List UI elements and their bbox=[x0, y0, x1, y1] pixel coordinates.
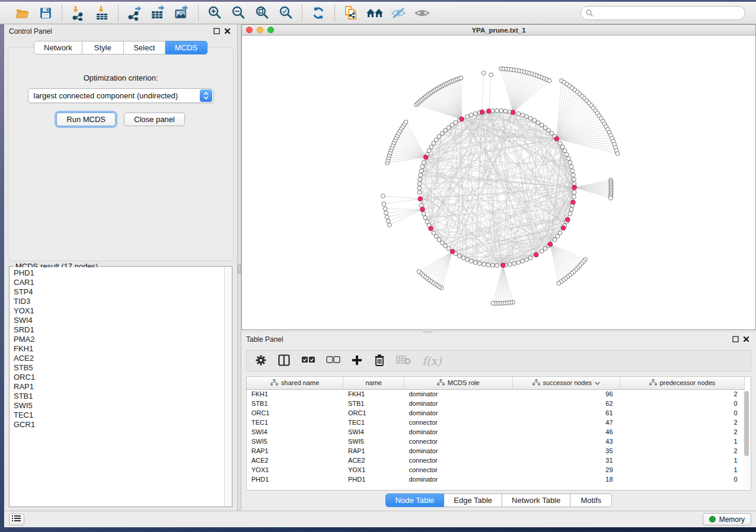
table-row[interactable]: SWI5SWI5connector431 bbox=[247, 437, 745, 446]
tab-select[interactable]: Select bbox=[124, 41, 165, 55]
optimization-criterion-select[interactable]: largest connected component (undirected) bbox=[28, 88, 214, 103]
copy-network-button[interactable] bbox=[341, 4, 361, 22]
function-builder-button[interactable]: f(x) bbox=[422, 354, 442, 367]
first-neighbors-button[interactable] bbox=[365, 4, 385, 22]
mcds-node bbox=[429, 226, 433, 231]
table-row[interactable]: FKH1FKH1dominator962 bbox=[247, 389, 745, 399]
select-all-button[interactable] bbox=[301, 356, 315, 366]
import-network-icon bbox=[71, 5, 86, 21]
table-tabs: Node TableEdge TableNetwork TableMotifs bbox=[241, 491, 756, 511]
search-input[interactable] bbox=[580, 6, 745, 20]
float-panel-button[interactable] bbox=[730, 334, 741, 345]
open-file-button[interactable] bbox=[12, 4, 32, 22]
show-all-button[interactable] bbox=[412, 4, 432, 22]
tab-network-table[interactable]: Network Table bbox=[502, 493, 570, 507]
mcds-result-item: TID3 bbox=[14, 297, 224, 306]
table-row[interactable]: STB1STB1dominator620 bbox=[247, 399, 745, 408]
mcds-node bbox=[450, 249, 455, 254]
tab-node-table[interactable]: Node Table bbox=[385, 493, 445, 507]
export-network-button[interactable] bbox=[125, 4, 145, 22]
delete-table-button[interactable] bbox=[396, 355, 412, 367]
network-window-title: YPA_prune.txt_1 bbox=[242, 27, 755, 34]
table-cell: SWI5 bbox=[343, 437, 404, 446]
zoom-in-button[interactable] bbox=[205, 4, 225, 22]
table-toolbar: f(x) bbox=[246, 350, 751, 371]
export-table-button[interactable] bbox=[148, 4, 168, 22]
mcds-result-item: GCR1 bbox=[14, 420, 224, 430]
zoom-selected-button[interactable] bbox=[276, 4, 296, 22]
mcds-node bbox=[487, 109, 492, 114]
import-network-button[interactable] bbox=[68, 4, 88, 22]
table-scrollbar[interactable] bbox=[743, 390, 749, 489]
import-table-button[interactable] bbox=[92, 4, 112, 22]
float-icon bbox=[213, 27, 220, 36]
status-bar: Memory bbox=[4, 511, 756, 527]
float-panel-button[interactable] bbox=[211, 26, 222, 37]
export-network-icon bbox=[126, 5, 143, 21]
select-all-icon bbox=[301, 356, 315, 366]
column-header-predecessor-nodes[interactable]: predecessor nodes bbox=[620, 377, 745, 389]
scrollbar-thumb[interactable] bbox=[744, 391, 749, 456]
hide-selected-button[interactable] bbox=[388, 4, 409, 22]
mcds-node bbox=[460, 117, 464, 121]
table-row[interactable]: RAP1RAP1dominator352 bbox=[247, 446, 745, 456]
table-row[interactable]: SWI4SWI4dominator462 bbox=[247, 427, 745, 437]
horizontal-splitter[interactable] bbox=[241, 330, 756, 332]
deselect-all-button[interactable] bbox=[326, 356, 340, 366]
close-panel-button[interactable] bbox=[222, 26, 232, 37]
table-cell: 0 bbox=[620, 408, 745, 418]
network-canvas[interactable] bbox=[242, 36, 755, 329]
table-row[interactable]: ORC1ORC1dominator610 bbox=[247, 408, 745, 418]
vertical-splitter[interactable] bbox=[237, 24, 241, 511]
column-header-shared-name[interactable]: shared name bbox=[247, 377, 343, 389]
tree-icon bbox=[437, 379, 445, 387]
mcds-result-list[interactable]: PHD1CAR1STP4TID3YOX1SWI4SRD1PMA2FKH1ACE2… bbox=[10, 267, 224, 506]
table-settings-button[interactable] bbox=[255, 354, 267, 368]
table-cell: connector bbox=[404, 456, 512, 465]
control-panel-titlebar: Control Panel bbox=[4, 24, 237, 39]
run-mcds-button[interactable]: Run MCDS bbox=[56, 113, 116, 126]
table-cell: 29 bbox=[512, 465, 620, 475]
app-window: Control Panel NetworkStyleSelectMCDS Opt… bbox=[0, 2, 756, 527]
table-cell: 2 bbox=[620, 427, 745, 437]
table-cell: dominator bbox=[404, 408, 512, 418]
add-column-button[interactable] bbox=[351, 354, 363, 368]
zoom-fit-button[interactable] bbox=[252, 4, 272, 22]
table-cell: ACE2 bbox=[247, 456, 343, 465]
task-history-button[interactable] bbox=[9, 514, 24, 525]
tab-network[interactable]: Network bbox=[34, 41, 82, 55]
zoom-fit-icon bbox=[254, 5, 270, 21]
save-button[interactable] bbox=[36, 4, 56, 22]
tab-edge-table[interactable]: Edge Table bbox=[444, 493, 502, 507]
table-cell: 43 bbox=[512, 437, 620, 446]
memory-button[interactable]: Memory bbox=[703, 513, 751, 525]
column-header-successor-nodes[interactable]: successor nodes bbox=[512, 377, 620, 389]
show-columns-button[interactable] bbox=[277, 354, 291, 368]
zoom-out-button[interactable] bbox=[228, 4, 248, 22]
table-panel-titlebar: Table Panel bbox=[241, 332, 756, 347]
gear-icon bbox=[255, 354, 267, 368]
tab-mcds[interactable]: MCDS bbox=[165, 41, 208, 55]
close-panel-button[interactable] bbox=[741, 334, 751, 345]
network-window-titlebar[interactable]: YPA_prune.txt_1 bbox=[242, 25, 755, 36]
column-header-name[interactable]: name bbox=[343, 377, 404, 389]
column-header-mcds-role[interactable]: MCDS role bbox=[404, 377, 512, 389]
mcds-result-item: FKH1 bbox=[14, 344, 224, 354]
splitter-handle[interactable] bbox=[238, 264, 241, 274]
mcds-result-item: STP4 bbox=[14, 287, 224, 297]
splitter-handle[interactable] bbox=[423, 329, 432, 333]
result-list-scrollbar[interactable] bbox=[224, 267, 231, 506]
export-image-button[interactable] bbox=[172, 4, 192, 22]
table-row[interactable]: TEC1TEC1connector472 bbox=[247, 418, 745, 427]
close-panel-button-mcds[interactable]: Close panel bbox=[124, 113, 185, 126]
table-row[interactable]: PHD1PHD1dominator180 bbox=[247, 475, 745, 484]
tab-motifs[interactable]: Motifs bbox=[570, 493, 612, 507]
memory-status-icon bbox=[709, 516, 716, 523]
mcds-result-item: ACE2 bbox=[14, 354, 224, 363]
function-builder-icon: f(x) bbox=[422, 354, 442, 367]
refresh-button[interactable] bbox=[308, 4, 328, 22]
table-row[interactable]: ACE2ACE2connector311 bbox=[247, 456, 745, 465]
delete-column-button[interactable] bbox=[374, 354, 385, 368]
table-row[interactable]: YOX1YOX1connector291 bbox=[247, 465, 745, 475]
tab-style[interactable]: Style bbox=[82, 41, 124, 55]
